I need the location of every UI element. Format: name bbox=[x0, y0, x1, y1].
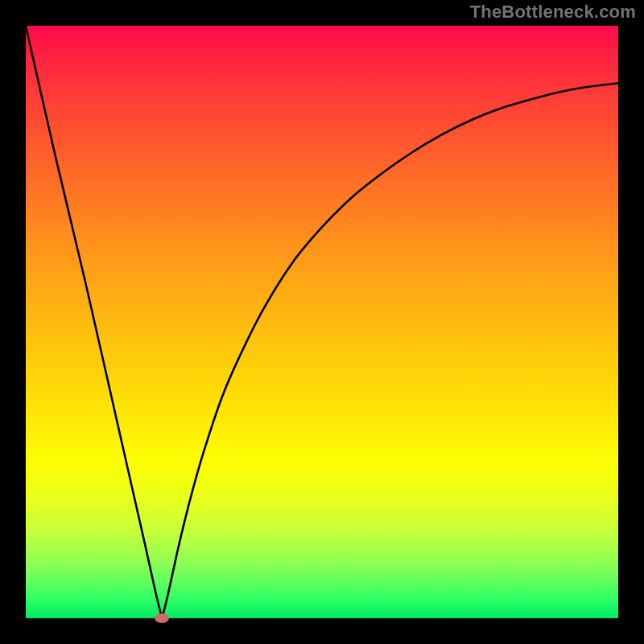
minimum-point-marker bbox=[155, 613, 169, 623]
chart-frame: TheBottleneck.com bbox=[0, 0, 644, 644]
plot-area bbox=[26, 26, 618, 618]
watermark-text: TheBottleneck.com bbox=[470, 2, 636, 23]
bottleneck-curve bbox=[26, 26, 618, 618]
